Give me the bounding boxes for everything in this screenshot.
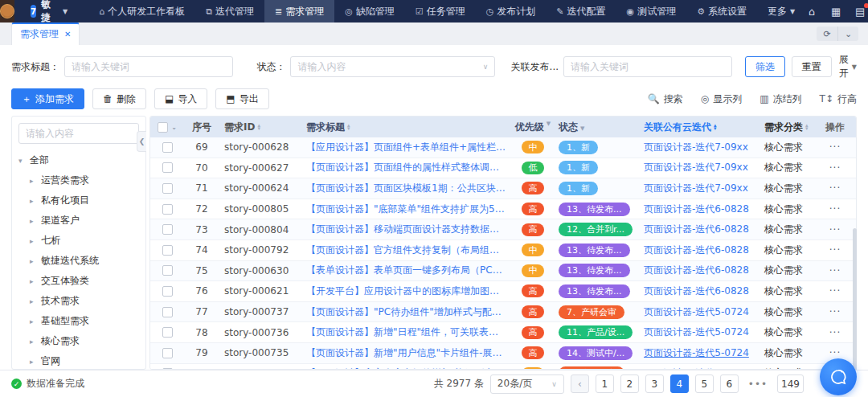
nav-item-test[interactable]: ◉测试管理 bbox=[616, 0, 687, 23]
row-checkbox[interactable] bbox=[162, 204, 173, 215]
status-badge[interactable]: 11、产品/设... bbox=[559, 325, 633, 339]
nav-item-settings[interactable]: ⚙系统设置 bbox=[686, 0, 757, 23]
release-keyword-input[interactable]: 请输入关键词 bbox=[563, 56, 732, 77]
tree-node-item[interactable]: ▸敏捷迭代系统 bbox=[18, 251, 139, 271]
requirement-title-link[interactable]: 【页面设计器】页面组件的属性样式整体调整优化 bbox=[301, 161, 512, 174]
nav-item-defect[interactable]: ◎缺陷管理 bbox=[334, 0, 405, 23]
page-button[interactable]: 1 bbox=[596, 374, 614, 393]
page-button[interactable]: 2 bbox=[620, 374, 639, 393]
row-height-tool[interactable]: T↕行高 bbox=[820, 92, 857, 106]
iteration-link[interactable]: 页面设计器-迭代6-0828 bbox=[639, 284, 760, 298]
requirement-title-link[interactable]: 【表单设计器】表单页面一键多列布局（PC端4列）+部分全局样式可视化配置 bbox=[301, 264, 512, 277]
status-badge[interactable]: 13、待发布... bbox=[559, 203, 630, 216]
nav-item-none[interactable]: 更多▼ bbox=[757, 0, 805, 23]
row-checkbox[interactable] bbox=[162, 183, 173, 194]
tree-search-input[interactable]: 请输入内容 bbox=[18, 123, 139, 144]
iteration-link[interactable]: 页面设计器-迭代5-0724 bbox=[639, 305, 760, 319]
prev-page-button[interactable]: ‹ bbox=[571, 374, 589, 393]
tree-node-item[interactable]: ▸核心需求 bbox=[18, 331, 139, 351]
status-badge[interactable]: 1、新 bbox=[559, 141, 598, 154]
status-badge[interactable]: 13、待发布... bbox=[559, 264, 630, 277]
page-button[interactable]: 5 bbox=[695, 374, 714, 393]
iteration-link[interactable]: 页面设计器-迭代5-0724 bbox=[639, 346, 760, 360]
status-badge[interactable]: 12、合并到r... bbox=[559, 223, 633, 236]
header-title[interactable]: 需求标题▴▾ bbox=[301, 121, 512, 134]
row-checkbox[interactable] bbox=[162, 162, 173, 173]
collapse-panel-icon[interactable]: ⌄ bbox=[837, 27, 858, 41]
requirement-title-link[interactable]: 【页面设计器】官方组件支持复制（布局组件+高频使用组件优先） bbox=[301, 244, 512, 257]
requirement-title-link[interactable]: 【页面设计器】"底部菜单"组件支持扩展为5个菜单 bbox=[301, 203, 512, 216]
chevron-down-icon[interactable]: ⌄ bbox=[171, 124, 177, 131]
messages-icon[interactable]: ▤ bbox=[854, 5, 866, 18]
tree-node-item[interactable]: ▸渠道客户 bbox=[18, 211, 139, 231]
nav-item-home[interactable]: ⌂个人研发工作看板 bbox=[88, 0, 195, 23]
iteration-link[interactable]: 页面设计器-迭代6-0828 bbox=[639, 223, 760, 236]
row-actions-button[interactable]: ··· bbox=[814, 265, 856, 276]
refresh-icon[interactable]: ⟳ bbox=[817, 27, 837, 41]
header-id[interactable]: 需求ID▴▾ bbox=[219, 121, 301, 134]
iteration-link[interactable]: 页面设计器-迭代7-09xx bbox=[639, 182, 760, 195]
tree-node-item[interactable]: ▸交互体验类 bbox=[18, 271, 139, 291]
nav-item-task[interactable]: ☑任务管理 bbox=[405, 0, 476, 23]
tree-node-item[interactable]: ▸运营类需求 bbox=[18, 170, 139, 190]
tree-node-item[interactable]: ▸私有化项目 bbox=[18, 190, 139, 211]
add-requirement-button[interactable]: ＋添加需求 bbox=[11, 88, 84, 109]
expand-filters-button[interactable]: 展开▼ bbox=[839, 53, 857, 80]
header-category[interactable]: 需求分类▴▾ bbox=[760, 121, 814, 134]
search-tool[interactable]: 🔍搜索 bbox=[648, 92, 683, 106]
tree-node-item[interactable]: ▸官网 bbox=[18, 351, 139, 371]
row-actions-button[interactable]: ··· bbox=[814, 141, 856, 153]
status-badge[interactable]: 7、产研会审 bbox=[559, 305, 624, 319]
iteration-link[interactable]: 页面设计器-迭代7-09xx bbox=[639, 161, 760, 174]
status-badge[interactable]: 14、测试中/... bbox=[559, 346, 633, 360]
row-checkbox[interactable] bbox=[162, 327, 173, 338]
import-button[interactable]: ⬓导入 bbox=[154, 88, 207, 109]
close-icon[interactable]: ✕ bbox=[64, 30, 71, 39]
tree-node-item[interactable]: ▸七析 bbox=[18, 231, 139, 251]
vertical-scrollbar[interactable] bbox=[853, 228, 857, 381]
tree-collapse-handle[interactable]: ❮ bbox=[137, 131, 146, 152]
requirement-title-link[interactable]: 【页面设计器】移动端页面设计器支持数据通讯机制（组件间通讯） bbox=[301, 223, 512, 236]
reset-button[interactable]: 重置 bbox=[792, 56, 832, 77]
requirement-title-link[interactable]: 【应用设计器】页面组件+表单组件+属性栏信息分组与样式规范优化 bbox=[301, 141, 512, 154]
row-actions-button[interactable]: ··· bbox=[814, 203, 856, 215]
requirement-title-link[interactable]: 【页面设计器】页面区块模板1期：公共区块模板+私有区块模板+第一批官方区块模板.… bbox=[301, 182, 512, 195]
status-badge[interactable]: 13、待发布... bbox=[559, 284, 630, 298]
status-badge[interactable]: 13、待发布... bbox=[559, 244, 630, 257]
select-all-checkbox[interactable] bbox=[158, 122, 168, 133]
filter-button[interactable]: 筛选 bbox=[745, 56, 785, 77]
row-checkbox[interactable] bbox=[162, 286, 173, 297]
page-button[interactable]: 3 bbox=[645, 374, 664, 393]
tab-requirement-management[interactable]: 需求管理 ✕ bbox=[11, 23, 80, 45]
nav-item-release[interactable]: ◷发布计划 bbox=[476, 0, 547, 23]
requirement-title-link[interactable]: 【页面设计器】新增"日程"组件，可关联表单数据源+展示日程信息与列表 bbox=[301, 325, 512, 339]
nav-item-config[interactable]: ✎迭代配置 bbox=[546, 0, 616, 23]
page-size-select[interactable]: 20条/页 ∨ bbox=[490, 374, 564, 394]
row-checkbox[interactable] bbox=[162, 348, 173, 358]
export-button[interactable]: ⬒导出 bbox=[215, 88, 268, 109]
row-actions-button[interactable]: ··· bbox=[814, 162, 856, 174]
row-checkbox[interactable] bbox=[162, 224, 173, 235]
nav-item-iteration[interactable]: ⧉迭代管理 bbox=[195, 0, 264, 23]
iteration-link[interactable]: 页面设计器-迭代6-0828 bbox=[639, 264, 760, 277]
iteration-link[interactable]: 页面设计器-迭代6-0828 bbox=[639, 244, 760, 257]
status-badge[interactable]: 1、新 bbox=[559, 182, 598, 195]
home-icon[interactable]: ⌂ bbox=[805, 5, 818, 18]
row-actions-button[interactable]: ··· bbox=[814, 347, 856, 358]
apps-grid-icon[interactable]: ▦ bbox=[829, 5, 842, 18]
iteration-link[interactable]: 页面设计器-迭代5-0724 bbox=[639, 325, 760, 339]
assistant-chat-fab[interactable] bbox=[820, 358, 857, 395]
header-status[interactable]: 状态▼ bbox=[554, 121, 639, 134]
header-iteration[interactable]: 关联公有云迭代▴▾ bbox=[639, 121, 760, 134]
row-checkbox[interactable] bbox=[162, 265, 173, 276]
tree-node-item[interactable]: ▸技术需求 bbox=[18, 291, 139, 311]
row-actions-button[interactable]: ··· bbox=[814, 327, 856, 338]
requirement-title-link[interactable]: 【页面设计器】新增"用户信息"卡片组件-展示用户通讯录头像+姓名+部门信息 bbox=[301, 346, 512, 360]
row-actions-button[interactable]: ··· bbox=[814, 285, 856, 297]
page-button[interactable]: 4 bbox=[670, 374, 689, 393]
row-actions-button[interactable]: ··· bbox=[814, 244, 856, 256]
iteration-link[interactable]: 页面设计器-迭代6-0828 bbox=[639, 203, 760, 216]
tree-node-root[interactable]: ▾ 全部 bbox=[18, 150, 139, 170]
freeze-columns-tool[interactable]: ▥冻结列 bbox=[760, 92, 801, 106]
row-checkbox[interactable] bbox=[162, 245, 173, 256]
